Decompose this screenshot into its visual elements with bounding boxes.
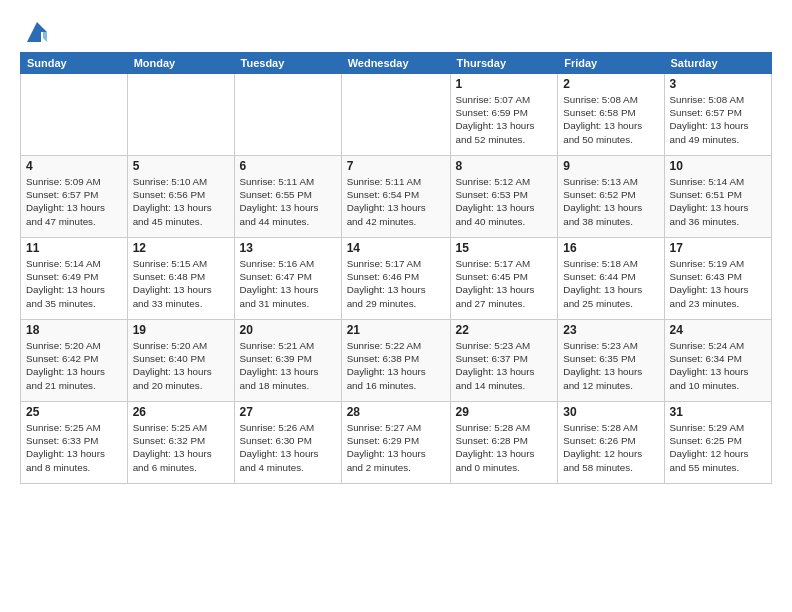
calendar-cell: 12Sunrise: 5:15 AM Sunset: 6:48 PM Dayli… (127, 238, 234, 320)
calendar-cell: 10Sunrise: 5:14 AM Sunset: 6:51 PM Dayli… (664, 156, 772, 238)
weekday-header-thursday: Thursday (450, 53, 558, 74)
day-number: 2 (563, 77, 658, 91)
day-number: 1 (456, 77, 553, 91)
calendar-cell: 11Sunrise: 5:14 AM Sunset: 6:49 PM Dayli… (21, 238, 128, 320)
day-info: Sunrise: 5:09 AM Sunset: 6:57 PM Dayligh… (26, 175, 122, 228)
page-header (20, 18, 772, 46)
day-number: 26 (133, 405, 229, 419)
day-info: Sunrise: 5:16 AM Sunset: 6:47 PM Dayligh… (240, 257, 336, 310)
calendar-cell (21, 74, 128, 156)
calendar-cell: 6Sunrise: 5:11 AM Sunset: 6:55 PM Daylig… (234, 156, 341, 238)
day-info: Sunrise: 5:14 AM Sunset: 6:49 PM Dayligh… (26, 257, 122, 310)
calendar-cell: 26Sunrise: 5:25 AM Sunset: 6:32 PM Dayli… (127, 402, 234, 484)
day-number: 14 (347, 241, 445, 255)
day-info: Sunrise: 5:20 AM Sunset: 6:42 PM Dayligh… (26, 339, 122, 392)
day-info: Sunrise: 5:10 AM Sunset: 6:56 PM Dayligh… (133, 175, 229, 228)
day-number: 8 (456, 159, 553, 173)
day-info: Sunrise: 5:29 AM Sunset: 6:25 PM Dayligh… (670, 421, 767, 474)
day-number: 21 (347, 323, 445, 337)
calendar-cell: 30Sunrise: 5:28 AM Sunset: 6:26 PM Dayli… (558, 402, 664, 484)
day-number: 7 (347, 159, 445, 173)
calendar-cell: 19Sunrise: 5:20 AM Sunset: 6:40 PM Dayli… (127, 320, 234, 402)
day-info: Sunrise: 5:19 AM Sunset: 6:43 PM Dayligh… (670, 257, 767, 310)
logo (20, 18, 51, 46)
day-info: Sunrise: 5:28 AM Sunset: 6:28 PM Dayligh… (456, 421, 553, 474)
day-info: Sunrise: 5:12 AM Sunset: 6:53 PM Dayligh… (456, 175, 553, 228)
weekday-header-saturday: Saturday (664, 53, 772, 74)
calendar-cell: 21Sunrise: 5:22 AM Sunset: 6:38 PM Dayli… (341, 320, 450, 402)
day-number: 31 (670, 405, 767, 419)
calendar-cell: 8Sunrise: 5:12 AM Sunset: 6:53 PM Daylig… (450, 156, 558, 238)
calendar-cell: 23Sunrise: 5:23 AM Sunset: 6:35 PM Dayli… (558, 320, 664, 402)
day-info: Sunrise: 5:23 AM Sunset: 6:35 PM Dayligh… (563, 339, 658, 392)
day-number: 16 (563, 241, 658, 255)
day-info: Sunrise: 5:23 AM Sunset: 6:37 PM Dayligh… (456, 339, 553, 392)
calendar-cell: 29Sunrise: 5:28 AM Sunset: 6:28 PM Dayli… (450, 402, 558, 484)
calendar-cell: 28Sunrise: 5:27 AM Sunset: 6:29 PM Dayli… (341, 402, 450, 484)
calendar-cell: 17Sunrise: 5:19 AM Sunset: 6:43 PM Dayli… (664, 238, 772, 320)
week-row-4: 18Sunrise: 5:20 AM Sunset: 6:42 PM Dayli… (21, 320, 772, 402)
day-number: 9 (563, 159, 658, 173)
day-info: Sunrise: 5:24 AM Sunset: 6:34 PM Dayligh… (670, 339, 767, 392)
calendar-cell: 24Sunrise: 5:24 AM Sunset: 6:34 PM Dayli… (664, 320, 772, 402)
day-info: Sunrise: 5:17 AM Sunset: 6:46 PM Dayligh… (347, 257, 445, 310)
day-number: 12 (133, 241, 229, 255)
day-info: Sunrise: 5:20 AM Sunset: 6:40 PM Dayligh… (133, 339, 229, 392)
weekday-header-monday: Monday (127, 53, 234, 74)
day-number: 20 (240, 323, 336, 337)
day-number: 10 (670, 159, 767, 173)
day-info: Sunrise: 5:11 AM Sunset: 6:55 PM Dayligh… (240, 175, 336, 228)
day-number: 3 (670, 77, 767, 91)
day-info: Sunrise: 5:08 AM Sunset: 6:58 PM Dayligh… (563, 93, 658, 146)
calendar-cell (127, 74, 234, 156)
calendar-cell: 2Sunrise: 5:08 AM Sunset: 6:58 PM Daylig… (558, 74, 664, 156)
calendar-cell: 15Sunrise: 5:17 AM Sunset: 6:45 PM Dayli… (450, 238, 558, 320)
calendar-cell: 18Sunrise: 5:20 AM Sunset: 6:42 PM Dayli… (21, 320, 128, 402)
day-number: 17 (670, 241, 767, 255)
calendar-cell: 14Sunrise: 5:17 AM Sunset: 6:46 PM Dayli… (341, 238, 450, 320)
week-row-3: 11Sunrise: 5:14 AM Sunset: 6:49 PM Dayli… (21, 238, 772, 320)
day-info: Sunrise: 5:07 AM Sunset: 6:59 PM Dayligh… (456, 93, 553, 146)
day-number: 22 (456, 323, 553, 337)
calendar-cell: 16Sunrise: 5:18 AM Sunset: 6:44 PM Dayli… (558, 238, 664, 320)
calendar-cell: 25Sunrise: 5:25 AM Sunset: 6:33 PM Dayli… (21, 402, 128, 484)
day-info: Sunrise: 5:08 AM Sunset: 6:57 PM Dayligh… (670, 93, 767, 146)
day-info: Sunrise: 5:18 AM Sunset: 6:44 PM Dayligh… (563, 257, 658, 310)
day-info: Sunrise: 5:25 AM Sunset: 6:33 PM Dayligh… (26, 421, 122, 474)
day-number: 23 (563, 323, 658, 337)
day-info: Sunrise: 5:14 AM Sunset: 6:51 PM Dayligh… (670, 175, 767, 228)
day-info: Sunrise: 5:15 AM Sunset: 6:48 PM Dayligh… (133, 257, 229, 310)
day-number: 27 (240, 405, 336, 419)
day-number: 11 (26, 241, 122, 255)
calendar-cell: 20Sunrise: 5:21 AM Sunset: 6:39 PM Dayli… (234, 320, 341, 402)
weekday-header-row: SundayMondayTuesdayWednesdayThursdayFrid… (21, 53, 772, 74)
day-number: 4 (26, 159, 122, 173)
day-info: Sunrise: 5:27 AM Sunset: 6:29 PM Dayligh… (347, 421, 445, 474)
day-info: Sunrise: 5:11 AM Sunset: 6:54 PM Dayligh… (347, 175, 445, 228)
weekday-header-tuesday: Tuesday (234, 53, 341, 74)
weekday-header-wednesday: Wednesday (341, 53, 450, 74)
day-info: Sunrise: 5:22 AM Sunset: 6:38 PM Dayligh… (347, 339, 445, 392)
calendar-table: SundayMondayTuesdayWednesdayThursdayFrid… (20, 52, 772, 484)
calendar-cell: 1Sunrise: 5:07 AM Sunset: 6:59 PM Daylig… (450, 74, 558, 156)
calendar-cell: 31Sunrise: 5:29 AM Sunset: 6:25 PM Dayli… (664, 402, 772, 484)
weekday-header-friday: Friday (558, 53, 664, 74)
day-info: Sunrise: 5:26 AM Sunset: 6:30 PM Dayligh… (240, 421, 336, 474)
day-number: 24 (670, 323, 767, 337)
day-number: 18 (26, 323, 122, 337)
day-info: Sunrise: 5:21 AM Sunset: 6:39 PM Dayligh… (240, 339, 336, 392)
day-info: Sunrise: 5:25 AM Sunset: 6:32 PM Dayligh… (133, 421, 229, 474)
day-number: 28 (347, 405, 445, 419)
day-number: 25 (26, 405, 122, 419)
day-info: Sunrise: 5:13 AM Sunset: 6:52 PM Dayligh… (563, 175, 658, 228)
day-number: 5 (133, 159, 229, 173)
day-info: Sunrise: 5:17 AM Sunset: 6:45 PM Dayligh… (456, 257, 553, 310)
calendar-cell: 3Sunrise: 5:08 AM Sunset: 6:57 PM Daylig… (664, 74, 772, 156)
logo-icon (23, 18, 51, 46)
day-number: 13 (240, 241, 336, 255)
day-number: 30 (563, 405, 658, 419)
week-row-5: 25Sunrise: 5:25 AM Sunset: 6:33 PM Dayli… (21, 402, 772, 484)
calendar-cell: 5Sunrise: 5:10 AM Sunset: 6:56 PM Daylig… (127, 156, 234, 238)
day-number: 19 (133, 323, 229, 337)
calendar-cell (234, 74, 341, 156)
